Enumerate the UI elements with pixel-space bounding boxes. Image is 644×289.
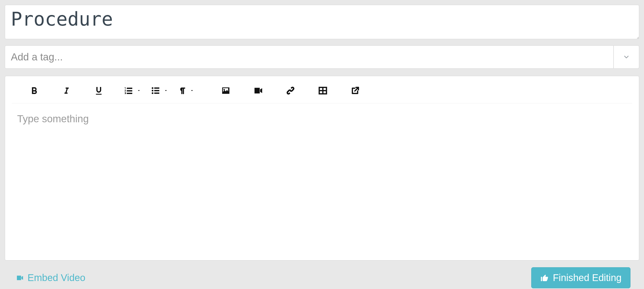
- insert-table-button[interactable]: [315, 83, 330, 98]
- editor-page: Type something Embed Video Finished Edit…: [0, 0, 644, 289]
- italic-button[interactable]: [59, 83, 74, 98]
- thumbs-up-icon: [540, 273, 549, 282]
- title-wrapper: [5, 5, 639, 40]
- editor-placeholder: Type something: [17, 113, 627, 125]
- svg-rect-4: [154, 90, 159, 91]
- insert-image-button[interactable]: [218, 83, 234, 98]
- finished-editing-button[interactable]: Finished Editing: [531, 267, 630, 288]
- title-input[interactable]: [5, 5, 639, 39]
- insert-link-button[interactable]: [283, 83, 298, 98]
- embed-video-label: Embed Video: [28, 272, 85, 283]
- image-icon: [220, 86, 231, 95]
- open-external-button[interactable]: [348, 83, 363, 98]
- italic-icon: [62, 86, 71, 95]
- svg-point-2: [152, 92, 153, 94]
- bold-button[interactable]: [26, 83, 42, 98]
- bold-icon: [29, 86, 39, 96]
- external-link-icon: [350, 86, 360, 95]
- svg-rect-3: [154, 88, 159, 89]
- table-icon: [318, 86, 328, 95]
- paragraph-format-button[interactable]: [178, 83, 194, 98]
- tag-input[interactable]: [5, 46, 614, 69]
- chevron-down-icon: [623, 53, 630, 61]
- underline-button[interactable]: [91, 83, 106, 98]
- caret-down-icon: [137, 89, 141, 93]
- svg-point-0: [152, 87, 153, 89]
- ordered-list-icon: [124, 86, 134, 96]
- editor-content-area[interactable]: Type something: [5, 103, 639, 260]
- finished-editing-label: Finished Editing: [553, 272, 622, 283]
- link-icon: [285, 85, 296, 96]
- unordered-list-button[interactable]: [150, 83, 168, 98]
- caret-down-icon: [164, 89, 168, 93]
- unordered-list-icon: [150, 86, 160, 96]
- caret-down-icon: [190, 89, 194, 93]
- rich-editor: Type something: [5, 76, 639, 260]
- editor-toolbar: [12, 76, 632, 103]
- svg-point-1: [152, 90, 153, 92]
- embed-video-link[interactable]: Embed Video: [15, 272, 85, 283]
- tag-dropdown-button[interactable]: [614, 46, 639, 69]
- video-icon: [15, 274, 25, 282]
- video-icon: [252, 86, 264, 95]
- svg-rect-5: [154, 93, 159, 94]
- underline-icon: [94, 86, 104, 96]
- ordered-list-button[interactable]: [124, 83, 141, 98]
- page-footer: Embed Video Finished Editing: [5, 260, 639, 289]
- paragraph-icon: [178, 86, 187, 96]
- tag-row: [5, 46, 639, 69]
- insert-video-button[interactable]: [250, 83, 266, 98]
